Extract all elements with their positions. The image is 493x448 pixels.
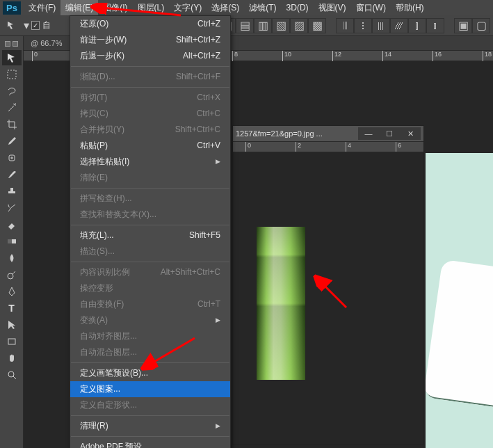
svg-line-9 <box>317 278 346 307</box>
menu-separator <box>71 66 229 67</box>
distrib-icon[interactable]: ⫼ <box>372 18 390 33</box>
menu-separator <box>71 436 229 437</box>
crop-tool-icon[interactable] <box>2 117 22 132</box>
align-icon[interactable]: ▨ <box>290 18 308 33</box>
menu-view[interactable]: 视图(V) <box>314 0 351 15</box>
move-tool-icon[interactable] <box>2 50 22 65</box>
menu-item: 定义自定形状... <box>70 397 230 413</box>
menu-window[interactable]: 窗口(W) <box>351 0 391 15</box>
move-tool-preset-icon[interactable] <box>4 17 20 34</box>
menu-item[interactable]: 填充(L)...Shift+F5 <box>70 227 230 243</box>
menu-item-label: 操控变形 <box>80 282 113 294</box>
arrange-group: ▣ ▢ <box>454 18 490 33</box>
minimize-button[interactable]: — <box>358 127 379 140</box>
toolbox-handle[interactable] <box>5 39 18 49</box>
zoom-tool-icon[interactable] <box>2 367 22 383</box>
menu-item-shortcut: Alt+Shift+Ctrl+C <box>161 266 220 278</box>
menu-item-shortcut: Ctrl+T <box>197 298 220 310</box>
background-document-fragment <box>426 153 493 448</box>
menu-item-shortcut: Shift+Ctrl+F <box>176 71 220 83</box>
dodge-tool-icon[interactable] <box>2 267 22 282</box>
align-group: ▦ ▤ ▥ ▧ ▨ ▩ <box>218 18 326 33</box>
align-icon[interactable]: ▤ <box>236 18 254 33</box>
pen-tool-icon[interactable] <box>2 284 22 299</box>
menu-select[interactable]: 选择(S) <box>207 0 244 15</box>
menu-item-label: 定义画笔预设(B)... <box>80 367 148 379</box>
eraser-tool-icon[interactable] <box>2 217 22 232</box>
align-icon[interactable]: ▧ <box>272 18 290 33</box>
submenu-arrow-icon: ▶ <box>216 420 220 432</box>
blur-tool-icon[interactable] <box>2 250 22 266</box>
menu-item-shortcut: Shift+F5 <box>189 230 220 241</box>
menu-file[interactable]: 文件(F) <box>24 0 60 15</box>
menu-item-label: 描边(S)... <box>80 246 115 257</box>
marquee-tool-icon[interactable] <box>2 67 22 82</box>
distrib-icon[interactable]: ⫿ <box>408 18 426 33</box>
menu-item[interactable]: 后退一步(K)Alt+Ctrl+Z <box>70 48 230 64</box>
menu-item[interactable]: 清理(R)▶ <box>70 418 230 434</box>
auto-select-checkbox[interactable]: ✓ <box>31 21 40 30</box>
menu-item-label: 粘贴(P) <box>80 140 108 152</box>
document-titlebar[interactable]: 1257&fm=21&gp=0.jpg ... — ☐ ✕ <box>233 126 423 141</box>
menu-item-shortcut: Ctrl+X <box>197 92 220 104</box>
distrib-icon[interactable]: ⫶ <box>354 18 372 33</box>
menu-item-label: 后退一步(K) <box>80 50 124 62</box>
history-brush-tool-icon[interactable] <box>2 200 22 216</box>
type-tool-icon[interactable]: T <box>2 301 22 316</box>
ruler-tick: 0 <box>245 142 251 152</box>
arrange-icon[interactable]: ▣ <box>454 18 472 33</box>
ruler-tick: 0 <box>32 51 38 62</box>
menu-item: 拷贝(C)Ctrl+C <box>70 106 230 122</box>
menu-separator <box>71 87 229 88</box>
menu-help[interactable]: 帮助(H) <box>391 0 429 15</box>
menu-item-label: 拷贝(C) <box>80 108 108 120</box>
menu-3d[interactable]: 3D(D) <box>282 0 314 15</box>
heal-tool-icon[interactable] <box>2 150 22 166</box>
svg-line-7 <box>95 7 181 15</box>
menu-separator <box>71 225 229 225</box>
menu-item: 操控变形 <box>70 280 230 296</box>
ruler-tick: 14 <box>382 51 391 62</box>
arrange-icon[interactable]: ▢ <box>472 18 490 33</box>
menu-filter[interactable]: 滤镜(T) <box>244 0 281 15</box>
eyedropper-tool-icon[interactable] <box>2 134 22 149</box>
align-icon[interactable]: ▥ <box>254 18 272 33</box>
menu-item-label: 选择性粘贴(I) <box>80 156 129 168</box>
rectangle-tool-icon[interactable] <box>2 334 22 349</box>
hand-tool-icon[interactable] <box>2 351 22 366</box>
ruler-tick: 4 <box>346 142 351 152</box>
menubar: Ps 文件(F) 编辑(E) 图像(I) 图层(L) 文字(Y) 选择(S) 滤… <box>0 0 493 15</box>
close-button[interactable]: ✕ <box>400 127 421 140</box>
bamboo-image <box>257 227 305 380</box>
menu-item[interactable]: Adobe PDF 预设... <box>70 439 230 448</box>
app-logo: Ps <box>3 1 21 15</box>
ruler-tick: 16 <box>433 51 442 62</box>
lasso-tool-icon[interactable] <box>2 83 22 99</box>
annotation-arrow-3 <box>312 273 353 314</box>
maximize-button[interactable]: ☐ <box>379 127 400 140</box>
menu-item[interactable]: 粘贴(P)Ctrl+V <box>70 138 230 154</box>
document-title: 1257&fm=21&gp=0.jpg ... <box>236 129 323 138</box>
chevron-down-icon[interactable]: ▾ <box>23 17 30 34</box>
menu-item[interactable]: 前进一步(W)Shift+Ctrl+Z <box>70 32 230 48</box>
brush-tool-icon[interactable] <box>2 167 22 182</box>
menu-item-label: 查找和替换文本(X)... <box>80 209 156 221</box>
svg-point-6 <box>8 371 14 377</box>
menu-item[interactable]: 定义图案... <box>70 381 230 397</box>
document-ruler: 0246 <box>233 141 423 152</box>
distrib-icon[interactable]: ⫾ <box>426 18 444 33</box>
svg-line-8 <box>145 338 195 367</box>
distrib-icon[interactable]: ⫻ <box>390 18 408 33</box>
distrib-icon[interactable]: ⫴ <box>336 18 354 33</box>
ruler-tick: 6 <box>396 142 401 152</box>
stamp-tool-icon[interactable] <box>2 184 22 199</box>
menu-item: 内容识别比例Alt+Shift+Ctrl+C <box>70 264 230 280</box>
menu-item[interactable]: 选择性粘贴(I)▶ <box>70 154 230 170</box>
align-icon[interactable]: ▩ <box>308 18 326 33</box>
path-select-tool-icon[interactable] <box>2 317 22 333</box>
gradient-tool-icon[interactable] <box>2 234 22 249</box>
wand-tool-icon[interactable] <box>2 100 22 115</box>
svg-rect-0 <box>8 70 16 79</box>
menu-item-shortcut: Alt+Ctrl+Z <box>183 50 220 62</box>
menu-item: 变换(A)▶ <box>70 312 230 328</box>
